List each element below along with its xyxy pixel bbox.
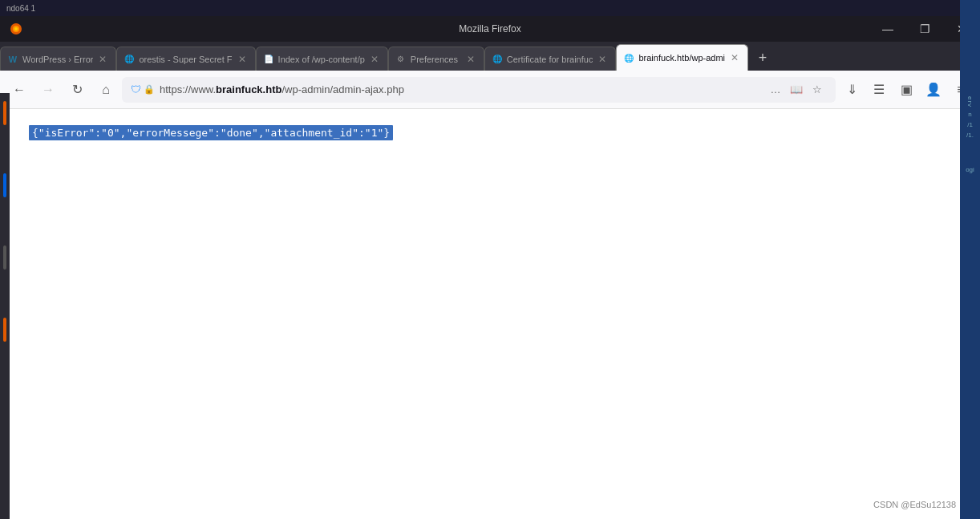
orestis-favicon: 🌐	[124, 54, 135, 65]
container-button[interactable]: ▣	[893, 77, 919, 103]
security-indicators: 🛡 🔒	[131, 83, 155, 95]
tab-preferences-close[interactable]: ✕	[464, 53, 477, 66]
tab-index-label: Index of /wp-content/p	[278, 55, 365, 64]
url-protocol: https://www.	[160, 83, 216, 95]
tab-wordpress[interactable]: W WordPress › Error ✕	[0, 47, 116, 71]
right-panel-text-4: /1.	[966, 132, 974, 139]
tab-brainfuck[interactable]: 🌐 brainfuck.htb/wp-admi ✕	[616, 44, 748, 71]
titlebar-title: Mozilla Firefox	[459, 23, 520, 34]
certificate-favicon: 🌐	[492, 54, 503, 65]
addressbar-actions: … 📖 ☆	[766, 80, 827, 99]
watermark: CSDN @EdSu12138	[873, 500, 956, 509]
shield-icon: 🛡	[131, 83, 141, 95]
left-indicator-1	[3, 101, 6, 125]
tab-preferences[interactable]: ⚙ Preferences ✕	[388, 47, 484, 71]
tab-preferences-label: Preferences	[411, 55, 461, 64]
index-favicon: 📄	[263, 54, 274, 65]
watermark-text: CSDN @EdSu12138	[873, 500, 956, 509]
system-bar: ndo64 1	[0, 0, 980, 16]
home-button[interactable]: ⌂	[93, 77, 119, 103]
new-tab-button[interactable]: +	[751, 47, 774, 69]
page-content: {"isError":"0","errorMessege":"done","at…	[10, 109, 960, 519]
titlebar: Mozilla Firefox — ❐ ✕	[0, 16, 980, 42]
back-button[interactable]: ←	[6, 77, 32, 103]
left-indicator-2	[3, 173, 6, 197]
tab-certificate[interactable]: 🌐 Certificate for brainfuc ✕	[484, 47, 617, 71]
navbar: ← → ↻ ⌂ 🛡 🔒 https://www.brainfuck.htb/wp…	[0, 71, 980, 109]
reader-mode-icon[interactable]: 📖	[787, 80, 806, 99]
left-indicator-4	[3, 318, 6, 342]
toolbar-right: ⇓ ☰ ▣ 👤 ≡	[839, 77, 974, 103]
tab-certificate-close[interactable]: ✕	[596, 53, 609, 66]
right-panel-text-3: /1	[967, 121, 973, 128]
tab-brainfuck-label: brainfuck.htb/wp-admi	[638, 53, 725, 63]
svg-point-2	[14, 27, 18, 30]
wordpress-favicon: W	[7, 54, 18, 65]
url-display: https://www.brainfuck.htb/wp-admin/admin…	[160, 83, 761, 95]
tab-orestis-close[interactable]: ✕	[236, 53, 249, 66]
tabbar: W WordPress › Error ✕ 🌐 orestis - Super …	[0, 42, 980, 71]
forward-button[interactable]: →	[35, 77, 61, 103]
url-path: /wp-admin/admin-ajax.php	[281, 83, 403, 95]
tab-brainfuck-close[interactable]: ✕	[728, 51, 741, 64]
right-panel-text-5: ogi	[966, 166, 974, 173]
left-strip	[0, 93, 10, 414]
tab-index-close[interactable]: ✕	[368, 53, 381, 66]
more-options-icon[interactable]: …	[766, 80, 785, 99]
preferences-favicon: ⚙	[395, 54, 407, 65]
left-indicator-3	[3, 245, 6, 270]
tab-index[interactable]: 📄 Index of /wp-content/p ✕	[256, 47, 388, 71]
sysbar-text: ndo64 1	[6, 4, 35, 13]
tab-orestis-label: orestis - Super Secret F	[139, 55, 232, 64]
account-button[interactable]: 👤	[921, 77, 946, 103]
right-panel-text-1: erv	[966, 96, 974, 107]
firefox-logo	[8, 21, 24, 37]
right-panel-text-2: n	[968, 111, 971, 118]
library-button[interactable]: ☰	[866, 77, 892, 103]
tab-wordpress-close[interactable]: ✕	[96, 53, 109, 66]
json-response-container: {"isError":"0","errorMessege":"done","at…	[10, 109, 960, 156]
restore-button[interactable]: ❐	[906, 16, 943, 42]
tab-certificate-label: Certificate for brainfuc	[507, 55, 593, 64]
brainfuck-favicon: 🌐	[623, 52, 634, 63]
json-response-text: {"isError":"0","errorMessege":"done","at…	[29, 125, 393, 140]
lock-icon: 🔒	[144, 84, 155, 95]
tab-orestis[interactable]: 🌐 orestis - Super Secret F ✕	[116, 47, 255, 71]
addressbar[interactable]: 🛡 🔒 https://www.brainfuck.htb/wp-admin/a…	[122, 77, 836, 103]
url-host: brainfuck.htb	[216, 83, 281, 95]
bookmark-star-icon[interactable]: ☆	[808, 80, 827, 99]
right-panel: erv n /1 /1. ogi	[960, 0, 980, 519]
tab-wordpress-label: WordPress › Error	[22, 55, 93, 64]
reload-button[interactable]: ↻	[64, 77, 90, 103]
minimize-button[interactable]: —	[869, 16, 906, 42]
download-button[interactable]: ⇓	[839, 77, 865, 103]
